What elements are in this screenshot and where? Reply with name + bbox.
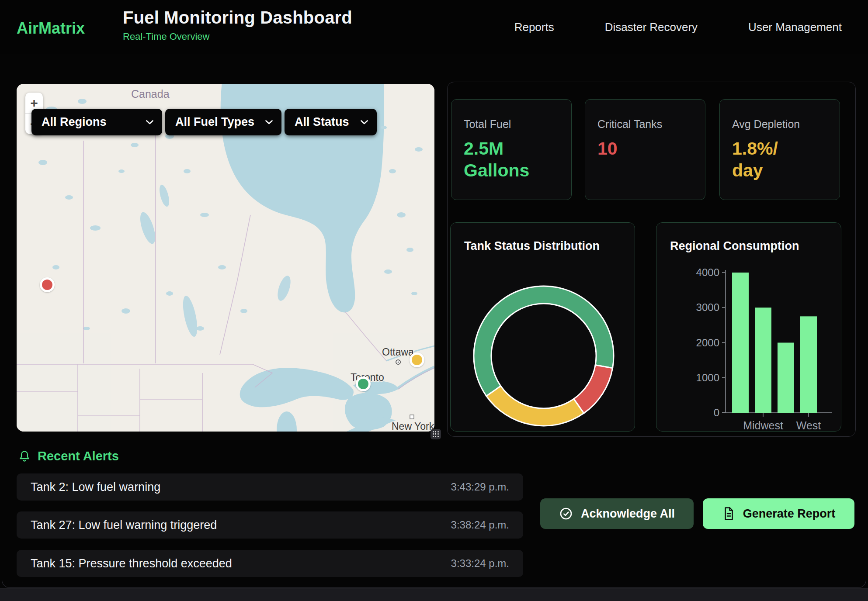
tank-status-chart-card: Tank Status Distribution [450, 222, 635, 432]
alert-row[interactable]: Tank 15: Pressure threshold exceeded 3:3… [17, 550, 523, 577]
map-marker-critical[interactable] [40, 277, 55, 292]
regions-dropdown[interactable]: All Regions [31, 109, 162, 135]
regional-consumption-chart-card: Regional Consumption 01000200030004000Mi… [656, 222, 841, 432]
stat-card-total-fuel: Total Fuel 2.5M Gallons [451, 99, 572, 200]
alert-text: Tank 27: Low fuel warning triggered [31, 518, 217, 532]
map-marker-warning[interactable] [410, 352, 424, 367]
y-tick-label: 2000 [696, 337, 719, 349]
y-tick-label: 1000 [696, 372, 719, 383]
generate-report-button[interactable]: Generate Report [703, 498, 854, 529]
nav-disaster-recovery[interactable]: Disaster Recovery [605, 21, 698, 34]
alert-text: Tank 2: Low fuel warning [31, 480, 160, 494]
new-york-town-icon [410, 415, 414, 419]
document-icon [722, 507, 735, 521]
alert-time: 3:43:29 p.m. [451, 481, 509, 493]
regions-dropdown-value: All Regions [42, 115, 107, 129]
page-subtitle: Real-Time Overview [123, 31, 352, 42]
stat-card-avg-depletion: Avg Depletion 1.8%/ day [719, 99, 840, 200]
alerts-header: Recent Alerts [18, 449, 119, 463]
acknowledge-all-button[interactable]: Acknowledge All [540, 498, 694, 529]
check-circle-icon [559, 507, 573, 521]
chevron-down-icon [146, 120, 153, 124]
fuel-types-dropdown[interactable]: All Fuel Types [165, 109, 281, 135]
stat-value-line1: 1.8%/ [732, 138, 827, 159]
chevron-down-icon [361, 120, 368, 124]
alert-time: 3:33:24 p.m. [451, 557, 509, 570]
bottom-strip [0, 588, 868, 601]
stat-value-line2: day [732, 159, 827, 181]
stat-label: Critical Tanks [597, 118, 693, 131]
map-marker-normal[interactable] [356, 376, 371, 391]
stat-value-line1: 2.5M [464, 138, 559, 159]
map-label-ottawa: Ottawa [382, 346, 414, 358]
map-filter-row: All Regions All Fuel Types All Status [31, 109, 377, 135]
stat-value-line1: 10 [597, 138, 693, 159]
y-tick-label: 0 [714, 407, 719, 418]
status-dropdown[interactable]: All Status [285, 109, 377, 135]
doughnut-segment-critical [574, 365, 613, 413]
stat-label: Avg Depletion [732, 118, 827, 131]
alert-time: 3:38:24 p.m. [451, 519, 509, 531]
dashboard-page: AirMatrix Fuel Monitoring Dashboard Real… [0, 0, 868, 601]
map-label-new-york: New York [392, 421, 434, 432]
bell-icon [18, 450, 31, 463]
bar-0 [732, 273, 749, 413]
generate-report-label: Generate Report [743, 507, 836, 521]
nav-reports[interactable]: Reports [514, 21, 554, 34]
ottawa-town-icon-dot [398, 362, 399, 363]
map-label-canada: Canada [131, 88, 170, 100]
nav-user-management[interactable]: User Management [748, 21, 842, 34]
fuel-types-dropdown-value: All Fuel Types [175, 115, 254, 129]
stat-card-critical-tanks: Critical Tanks 10 [585, 99, 705, 200]
y-tick-label: 3000 [696, 301, 719, 313]
tank-status-doughnut-chart [451, 223, 635, 432]
stat-value-line2: Gallons [464, 159, 559, 181]
chevron-down-icon [265, 120, 273, 124]
x-tick-label: West [796, 419, 821, 432]
y-tick-label: 4000 [696, 266, 719, 278]
alert-row[interactable]: Tank 2: Low fuel warning 3:43:29 p.m. [17, 473, 523, 501]
stat-label: Total Fuel [464, 118, 559, 131]
bar-2 [778, 343, 794, 413]
alert-row[interactable]: Tank 27: Low fuel warning triggered 3:38… [17, 511, 523, 539]
bar-3 [800, 316, 817, 413]
stat-value-0: 2.5M Gallons [464, 138, 559, 181]
title-block: Fuel Monitoring Dashboard Real-Time Over… [123, 8, 352, 42]
alert-text: Tank 15: Pressure threshold exceeded [31, 557, 232, 570]
page-title: Fuel Monitoring Dashboard [123, 8, 352, 28]
doughnut-segment-warning [486, 386, 584, 426]
header: AirMatrix Fuel Monitoring Dashboard Real… [0, 0, 868, 54]
x-tick-label: Midwest [743, 419, 783, 432]
bar-1 [755, 307, 771, 413]
stat-value-1: 10 [597, 138, 693, 159]
alerts-title: Recent Alerts [38, 449, 119, 463]
status-dropdown-value: All Status [295, 115, 349, 129]
map-resize-handle[interactable] [431, 429, 441, 439]
stat-value-2: 1.8%/ day [732, 138, 827, 181]
regional-consumption-bar-chart: 01000200030004000MidwestWest [656, 223, 842, 432]
brand-logo[interactable]: AirMatrix [17, 19, 85, 38]
main-nav: Reports Disaster Recovery User Managemen… [514, 0, 842, 54]
map-panel[interactable]: Canada Ottawa Toronto New York + − All R… [17, 84, 434, 432]
acknowledge-all-label: Acknowledge All [581, 507, 675, 521]
map-canvas[interactable]: Canada Ottawa Toronto New York [17, 84, 434, 432]
